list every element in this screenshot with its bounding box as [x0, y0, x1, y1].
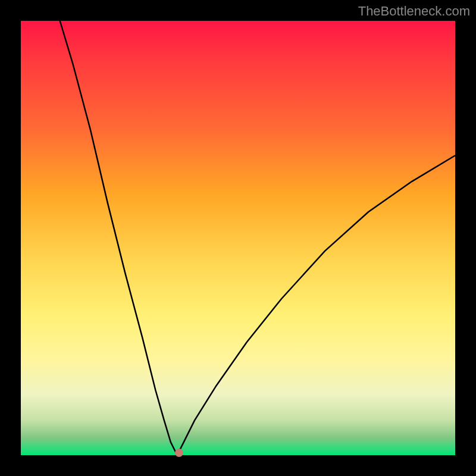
- curve-svg: [21, 21, 455, 455]
- minimum-marker: [175, 449, 183, 457]
- bottleneck-curve: [60, 21, 455, 455]
- plot-area: [21, 21, 455, 455]
- watermark: TheBottleneck.com: [358, 4, 470, 19]
- chart-frame: [0, 0, 476, 476]
